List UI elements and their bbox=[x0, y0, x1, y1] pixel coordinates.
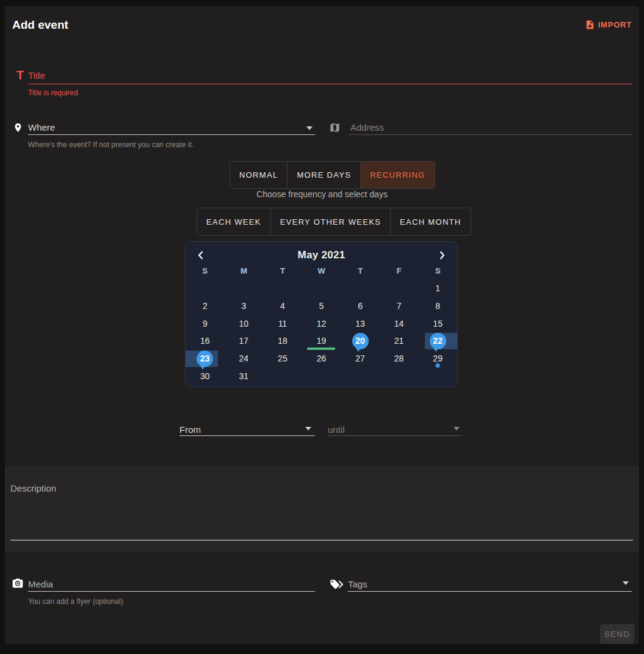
day-number: 10 bbox=[239, 319, 249, 329]
event-type-tabs: NORMAL MORE DAYS RECURRING bbox=[230, 161, 435, 189]
calendar-day-empty bbox=[341, 367, 380, 385]
day-number: 19 bbox=[317, 336, 327, 346]
description-section: Description bbox=[5, 466, 639, 551]
day-number: 16 bbox=[200, 336, 210, 346]
day-number: 2 bbox=[203, 301, 208, 311]
calendar-day-31[interactable]: 31 bbox=[225, 367, 264, 385]
chevron-down-icon[interactable] bbox=[305, 427, 311, 431]
calendar-day-6[interactable]: 6 bbox=[341, 297, 380, 315]
address-underline bbox=[348, 134, 632, 135]
day-number: 27 bbox=[355, 354, 365, 363]
calendar-grid: 1234567891011121314151617181920212223242… bbox=[186, 280, 457, 385]
day-number: 11 bbox=[278, 319, 288, 329]
calendar-weekday-row: SMTWTFS bbox=[186, 264, 457, 278]
from-select[interactable]: From bbox=[179, 424, 201, 435]
page-title: Add event bbox=[12, 18, 68, 32]
calendar-day-2[interactable]: 2 bbox=[186, 297, 225, 315]
chevron-down-icon[interactable] bbox=[306, 126, 313, 130]
each-month-button[interactable]: EACH MONTH bbox=[391, 208, 470, 235]
calendar-day-7[interactable]: 7 bbox=[380, 297, 419, 315]
calendar-day-28[interactable]: 28 bbox=[380, 350, 419, 368]
where-select[interactable]: Where bbox=[28, 122, 55, 133]
file-import-icon bbox=[585, 20, 595, 30]
calendar-weekday: W bbox=[302, 264, 341, 278]
calendar-day-3[interactable]: 3 bbox=[225, 297, 264, 315]
day-number: 4 bbox=[280, 301, 285, 311]
calendar-weekday: T bbox=[341, 264, 380, 278]
chevron-down-icon[interactable] bbox=[454, 427, 460, 431]
title-icon: T bbox=[16, 69, 24, 81]
calendar-day-23[interactable]: 23 bbox=[186, 350, 225, 368]
calendar-day-12[interactable]: 12 bbox=[302, 314, 341, 332]
calendar-day-11[interactable]: 11 bbox=[263, 314, 302, 332]
day-number: 7 bbox=[397, 301, 402, 311]
calendar-day-1[interactable]: 1 bbox=[418, 280, 457, 297]
calendar-day-14[interactable]: 14 bbox=[380, 314, 419, 332]
camera-icon bbox=[12, 578, 24, 589]
tab-normal[interactable]: NORMAL bbox=[230, 162, 288, 188]
calendar-day-29[interactable]: 29 bbox=[418, 350, 457, 368]
media-hint: You can add a flyer (optional) bbox=[28, 597, 123, 606]
day-number: 8 bbox=[435, 301, 440, 311]
calendar-day-25[interactable]: 25 bbox=[263, 350, 302, 368]
calendar-day-30[interactable]: 30 bbox=[186, 367, 225, 385]
calendar-day-24[interactable]: 24 bbox=[225, 350, 264, 368]
calendar-next-button[interactable] bbox=[434, 247, 450, 263]
each-week-button[interactable]: EACH WEEK bbox=[197, 208, 271, 235]
day-number: 28 bbox=[394, 354, 404, 363]
calendar-day-18[interactable]: 18 bbox=[263, 332, 302, 350]
tags-icon bbox=[328, 578, 344, 590]
calendar-day-9[interactable]: 9 bbox=[186, 314, 225, 332]
tab-recurring[interactable]: RECURRING bbox=[361, 162, 434, 188]
calendar-day-4[interactable]: 4 bbox=[263, 297, 302, 315]
chevron-down-icon[interactable] bbox=[623, 581, 629, 585]
every-other-weeks-button[interactable]: EVERY OTHER WEEKS bbox=[271, 208, 391, 235]
calendar-day-20[interactable]: 20 bbox=[341, 332, 380, 350]
calendar-weekday: T bbox=[263, 264, 302, 278]
description-underline bbox=[10, 540, 633, 540]
day-number: 30 bbox=[200, 371, 210, 381]
day-number: 5 bbox=[319, 301, 324, 311]
calendar-weekday: F bbox=[380, 264, 419, 278]
from-underline bbox=[179, 435, 315, 436]
until-select[interactable]: until bbox=[328, 424, 345, 435]
media-input[interactable]: Media bbox=[28, 579, 53, 590]
calendar-day-27[interactable]: 27 bbox=[341, 350, 380, 368]
day-number: 26 bbox=[317, 354, 327, 363]
calendar-day-empty bbox=[263, 280, 302, 297]
calendar-day-15[interactable]: 15 bbox=[418, 314, 457, 332]
calendar: May 2021 SMTWTFS 12345678910111213141516… bbox=[185, 241, 458, 387]
calendar-day-8[interactable]: 8 bbox=[418, 297, 457, 315]
day-number: 17 bbox=[239, 336, 249, 346]
tags-underline bbox=[348, 591, 632, 592]
calendar-month-label: May 2021 bbox=[186, 249, 457, 261]
import-button[interactable]: IMPORT bbox=[585, 20, 632, 30]
day-number: 22 bbox=[433, 336, 443, 346]
calendar-day-21[interactable]: 21 bbox=[380, 332, 419, 350]
calendar-day-13[interactable]: 13 bbox=[341, 314, 380, 332]
calendar-day-17[interactable]: 17 bbox=[225, 332, 264, 350]
where-underline bbox=[28, 134, 315, 135]
add-event-dialog: Add event IMPORT T Title Title is requir… bbox=[5, 6, 639, 644]
calendar-day-19[interactable]: 19 bbox=[302, 332, 341, 350]
calendar-day-16[interactable]: 16 bbox=[186, 332, 225, 350]
calendar-day-5[interactable]: 5 bbox=[302, 297, 341, 315]
day-number: 9 bbox=[203, 319, 208, 329]
title-input[interactable]: Title bbox=[28, 70, 45, 81]
tab-more-days[interactable]: MORE DAYS bbox=[288, 162, 361, 188]
calendar-weekday: M bbox=[225, 264, 264, 278]
import-label: IMPORT bbox=[598, 20, 632, 29]
title-underline bbox=[28, 84, 632, 84]
send-button[interactable]: SEND bbox=[600, 624, 634, 644]
day-number: 24 bbox=[239, 354, 249, 363]
tags-select[interactable]: Tags bbox=[348, 579, 367, 590]
calendar-day-empty bbox=[341, 280, 380, 297]
calendar-day-empty bbox=[225, 280, 264, 297]
calendar-day-10[interactable]: 10 bbox=[225, 314, 264, 332]
calendar-day-26[interactable]: 26 bbox=[302, 350, 341, 368]
address-input[interactable]: Address bbox=[350, 122, 384, 133]
media-underline bbox=[28, 591, 315, 592]
calendar-day-22[interactable]: 22 bbox=[418, 332, 457, 350]
description-input[interactable]: Description bbox=[10, 483, 56, 494]
frequency-button-group: EACH WEEK EVERY OTHER WEEKS EACH MONTH bbox=[197, 208, 471, 236]
